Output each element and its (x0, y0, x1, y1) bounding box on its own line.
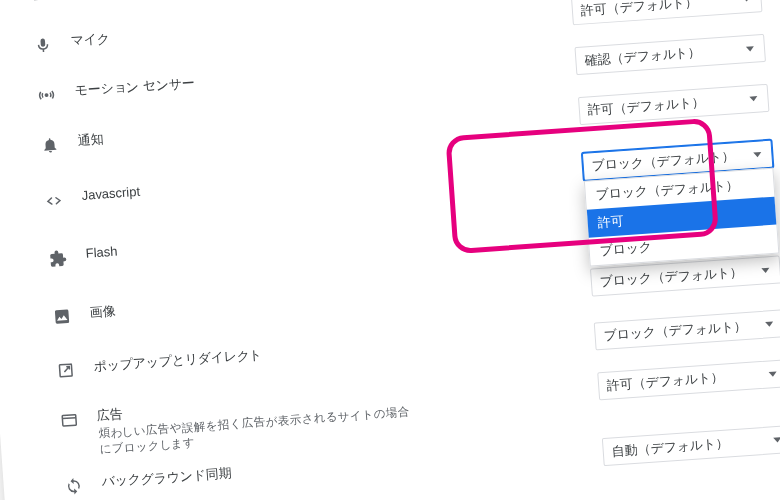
permission-label: マイク (70, 30, 110, 51)
bell-icon (39, 134, 60, 155)
permission-select[interactable]: ブロック（デフォルト） (594, 309, 780, 350)
motion-icon (36, 84, 57, 105)
permission-label: ポップアップとリダイレクト (93, 346, 263, 376)
permission-label: 画像 (89, 302, 116, 322)
svg-point-0 (45, 94, 48, 97)
permission-label: 通知 (77, 130, 104, 150)
permission-select[interactable]: 自動（デフォルト） (602, 425, 780, 466)
permission-dropdown[interactable]: ブロック（デフォルト）許可ブロック (584, 168, 780, 267)
permission-label: Flash (85, 244, 118, 261)
image-icon (51, 306, 72, 327)
settings-panel: カメラ確認（デフォルト）マイク許可（デフォルト）モーション センサー確認（デフォ… (0, 0, 780, 500)
ext-icon (47, 248, 68, 269)
ad-icon (59, 410, 80, 431)
code-icon (43, 190, 64, 211)
permission-select[interactable]: 確認（デフォルト） (574, 34, 765, 75)
permission-select[interactable]: 許可（デフォルト） (597, 359, 780, 400)
viewport: カメラ確認（デフォルト）マイク許可（デフォルト）モーション センサー確認（デフォ… (0, 0, 780, 500)
permission-select[interactable]: 許可（デフォルト） (571, 0, 762, 25)
svg-line-3 (62, 418, 75, 419)
sync-icon (63, 476, 84, 497)
mic-icon (32, 35, 53, 56)
popup-icon (55, 360, 76, 381)
permission-label: Javascript (81, 184, 140, 203)
permission-label: モーション センサー (74, 74, 196, 100)
camera-icon (29, 0, 50, 6)
permission-label: バックグラウンド同期 (101, 464, 232, 491)
svg-rect-2 (62, 415, 76, 426)
permission-select[interactable]: 許可（デフォルト） (578, 84, 769, 125)
